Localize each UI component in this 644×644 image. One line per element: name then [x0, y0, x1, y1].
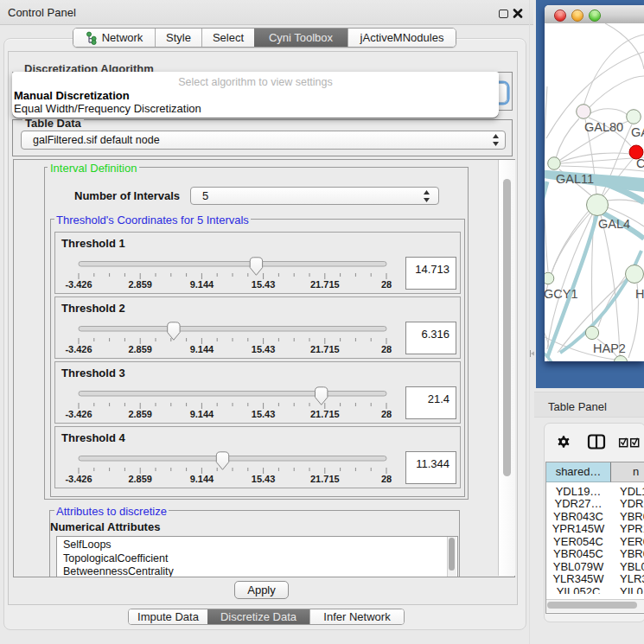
svg-text:15.43: 15.43 [252, 279, 276, 290]
svg-text:GAL80: GAL80 [584, 120, 623, 134]
svg-text:2.859: 2.859 [128, 409, 152, 419]
svg-text:9.144: 9.144 [190, 409, 214, 419]
svg-text:2.859: 2.859 [128, 474, 152, 484]
svg-text:GAL11: GAL11 [556, 172, 594, 186]
svg-text:28: 28 [381, 474, 392, 484]
svg-text:Threshold 3: Threshold 3 [61, 367, 125, 379]
svg-text:21.715: 21.715 [310, 474, 340, 484]
svg-text:28: 28 [381, 344, 392, 354]
svg-text:GA: GA [631, 125, 644, 139]
svg-text:Threshold 1: Threshold 1 [61, 237, 125, 250]
svg-text:15.43: 15.43 [252, 409, 276, 419]
svg-text:9.144: 9.144 [190, 279, 214, 290]
svg-text:GCY1: GCY1 [545, 287, 578, 301]
svg-text:H: H [635, 287, 644, 301]
svg-text:HAP2: HAP2 [593, 341, 626, 355]
svg-text:GAL4: GAL4 [598, 217, 630, 231]
svg-text:Threshold 4: Threshold 4 [61, 431, 125, 444]
svg-text:21.715: 21.715 [310, 344, 340, 354]
svg-text:28: 28 [381, 409, 392, 419]
svg-text:2.859: 2.859 [128, 344, 152, 354]
svg-text:2.859: 2.859 [128, 279, 152, 290]
svg-text:28: 28 [381, 279, 392, 290]
svg-text:-3.426: -3.426 [65, 344, 92, 354]
svg-text:C: C [636, 156, 644, 170]
svg-text:9.144: 9.144 [190, 474, 214, 484]
svg-text:Threshold 2: Threshold 2 [61, 302, 125, 315]
svg-text:15.43: 15.43 [252, 474, 276, 484]
svg-text:-3.426: -3.426 [65, 474, 92, 484]
svg-text:-3.426: -3.426 [65, 409, 92, 419]
svg-text:9.144: 9.144 [190, 344, 214, 354]
svg-text:21.715: 21.715 [310, 279, 340, 290]
svg-text:21.715: 21.715 [310, 409, 340, 419]
svg-text:-3.426: -3.426 [65, 279, 92, 290]
svg-text:15.43: 15.43 [252, 344, 276, 354]
